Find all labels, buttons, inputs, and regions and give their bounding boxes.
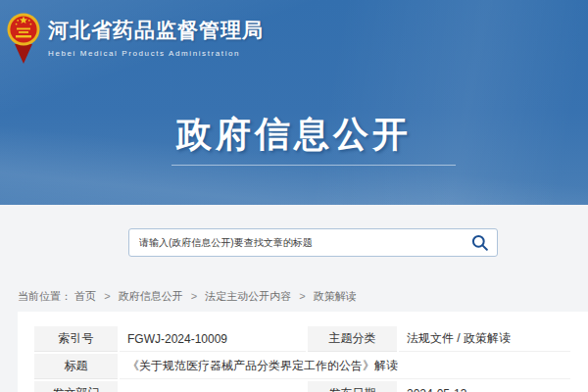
breadcrumb-item-statutory-content[interactable]: 法定主动公开内容: [205, 290, 291, 302]
breadcrumb-item-info-disclosure[interactable]: 政府信息公开: [119, 290, 183, 302]
breadcrumb: 当前位置： 首页 > 政府信息公开 > 法定主动公开内容 > 政策解读: [18, 289, 357, 304]
national-emblem-icon: [7, 9, 40, 64]
breadcrumb-item-home[interactable]: 首页: [74, 290, 96, 302]
info-table: 索引号 FGWJ-2024-10009 主题分类 法规文件 / 政策解读 标题 …: [32, 324, 572, 392]
brand-text: 河北省药品监督管理局 Hebei Medical Products Admini…: [48, 9, 264, 58]
search-button[interactable]: [464, 229, 497, 256]
publish-date-label: 发布日期: [308, 381, 397, 392]
search-icon: [471, 234, 489, 252]
title-value: 《关于规范医疗器械产品分类界定工作的公告》解读: [120, 354, 570, 379]
index-number-label: 索引号: [34, 326, 118, 352]
publish-date-value: 2024-05-13: [399, 381, 570, 392]
search-input[interactable]: [129, 229, 464, 256]
agency-name-cn: 河北省药品监督管理局: [48, 17, 264, 44]
site-header: 河北省药品监督管理局 Hebei Medical Products Admini…: [0, 0, 588, 205]
table-row: 索引号 FGWJ-2024-10009 主题分类 法规文件 / 政策解读: [34, 326, 570, 352]
issuing-department-label: 发文部门: [34, 381, 118, 392]
agency-name-en: Hebei Medical Products Administration: [48, 49, 264, 58]
content-area: 当前位置： 首页 > 政府信息公开 > 法定主动公开内容 > 政策解读 索引号 …: [0, 205, 588, 392]
site-logo[interactable]: 河北省药品监督管理局 Hebei Medical Products Admini…: [7, 9, 264, 64]
topic-category-value: 法规文件 / 政策解读: [399, 326, 570, 352]
page: { "header": { "agency_name_cn": "河北省药品监督…: [0, 0, 588, 392]
banner-divider: [172, 165, 456, 166]
breadcrumb-item-policy-interpretation[interactable]: 政策解读: [314, 290, 357, 302]
title-label: 标题: [34, 354, 118, 379]
breadcrumb-separator: >: [299, 290, 305, 302]
search-box: [128, 228, 498, 257]
breadcrumb-prefix: 当前位置：: [18, 290, 72, 302]
banner-title: 政府信息公开: [0, 111, 588, 159]
document-info-card: 索引号 FGWJ-2024-10009 主题分类 法规文件 / 政策解读 标题 …: [18, 312, 588, 392]
breadcrumb-separator: >: [104, 290, 110, 302]
index-number-value: FGWJ-2024-10009: [120, 326, 306, 352]
issuing-department-value: [120, 381, 306, 392]
table-row: 标题 《关于规范医疗器械产品分类界定工作的公告》解读: [34, 354, 570, 379]
breadcrumb-separator: >: [191, 290, 197, 302]
table-row: 发文部门 发布日期 2024-05-13: [34, 381, 570, 392]
topic-category-label: 主题分类: [308, 326, 397, 352]
